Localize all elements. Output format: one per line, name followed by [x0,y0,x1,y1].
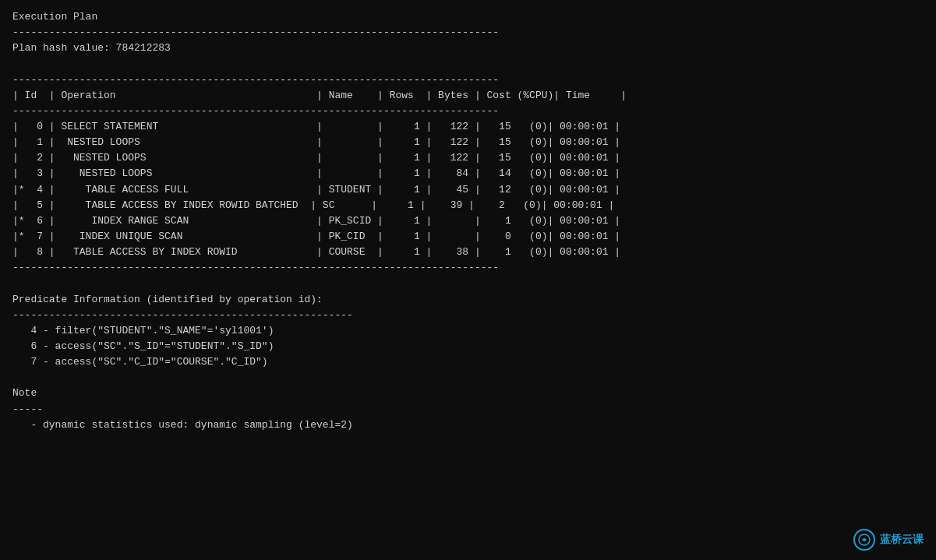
watermark-text: 蓝桥云课 [880,533,924,547]
watermark: 蓝桥云课 [853,529,924,551]
execution-plan-output: Execution Plan -------------------------… [12,9,924,433]
watermark-icon [853,529,875,551]
